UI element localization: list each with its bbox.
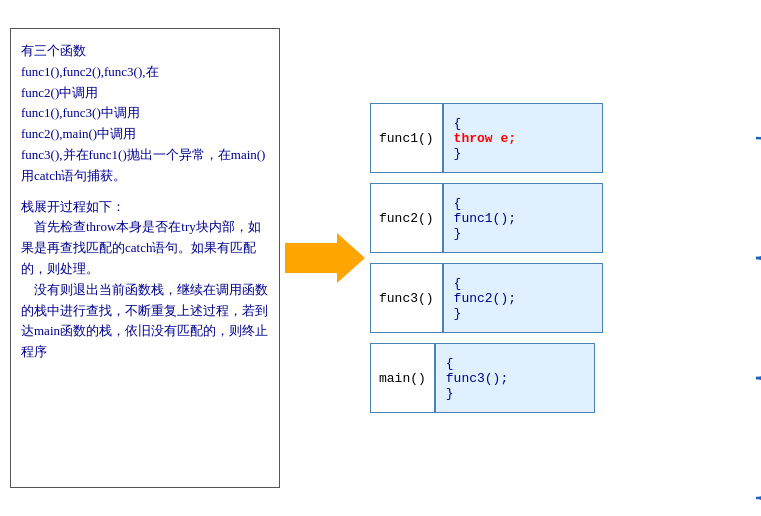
throw-statement: throw e;: [454, 131, 592, 146]
func2-row: func2() { func1(); }: [370, 183, 603, 253]
diagram-container: func1() { throw e; } func2() { func1(); …: [370, 103, 751, 413]
text-paragraph1: 有三个函数 func1(),func2(),func3(),在 func2()中…: [21, 41, 269, 187]
main-container: 有三个函数 func1(),func2(),func3(),在 func2()中…: [0, 0, 761, 516]
curved-arrows-svg: [746, 103, 761, 503]
func3-codebox: { func2(); }: [443, 263, 603, 333]
text-paragraph2: 栈展开过程如下： 首先检查throw本身是否在try块内部，如果是再查找匹配的c…: [21, 197, 269, 363]
func3-row: func3() { func2(); }: [370, 263, 603, 333]
func3-label: func3(): [370, 263, 443, 333]
right-arrow-icon: [285, 233, 365, 283]
text-panel: 有三个函数 func1(),func2(),func3(),在 func2()中…: [10, 28, 280, 488]
func1-label: func1(): [370, 103, 443, 173]
right-arrow-container: [280, 233, 370, 283]
main-label: main(): [370, 343, 435, 413]
func1-row: func1() { throw e; }: [370, 103, 603, 173]
func2-label: func2(): [370, 183, 443, 253]
main-row: main() { func3(); }: [370, 343, 595, 413]
func1-codebox: { throw e; }: [443, 103, 603, 173]
main-codebox: { func3(); }: [435, 343, 595, 413]
func2-codebox: { func1(); }: [443, 183, 603, 253]
